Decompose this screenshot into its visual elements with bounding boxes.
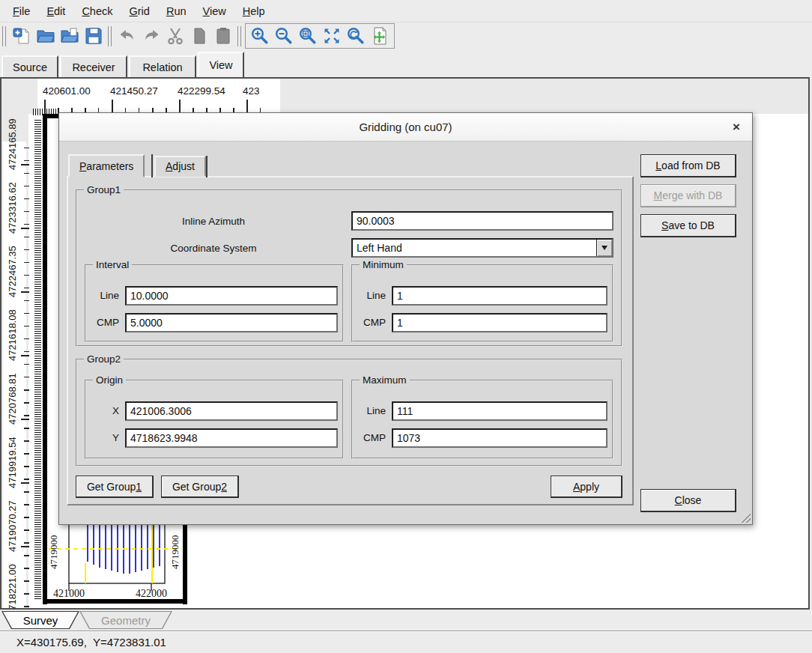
sheet-tab-survey[interactable]: Survey	[1, 611, 79, 629]
fit-screen-icon[interactable]	[321, 25, 343, 47]
inline-azimuth-label: Inline Azimuth	[79, 216, 348, 227]
menu-grid[interactable]: Grid	[121, 3, 158, 19]
minimum-cmp-label: CMP	[356, 317, 386, 328]
zoom-out-icon[interactable]	[273, 25, 295, 47]
tab-separator	[151, 154, 153, 177]
minimum-cmp-field[interactable]	[392, 313, 608, 332]
menu-edit[interactable]: Edit	[38, 3, 73, 19]
tab-view[interactable]: View	[198, 52, 244, 77]
origin-y-label: Y	[89, 432, 119, 443]
minimum-line-field[interactable]	[392, 286, 608, 306]
ruler-tick	[21, 355, 29, 356]
get-group2-button[interactable]: Get Group2	[161, 476, 239, 498]
tab-receiver[interactable]: Receiver	[60, 55, 127, 77]
ruler-label: 4718221.00	[7, 564, 18, 610]
tab-view-label: View	[209, 59, 232, 71]
interval-cmp-label: CMP	[89, 317, 119, 328]
maximum-cmp-field[interactable]	[392, 428, 608, 448]
menu-help[interactable]: Help	[234, 3, 273, 19]
save-to-db-button[interactable]: Save to DB	[640, 214, 736, 237]
tab-source[interactable]: Source	[1, 55, 58, 77]
group1-legend: Group1	[84, 184, 124, 195]
save-icon[interactable]	[82, 25, 105, 47]
interval-line-field[interactable]	[125, 286, 338, 306]
interval-line-label: Line	[89, 290, 119, 301]
ruler-label: 4719070.27	[7, 500, 18, 552]
origin-legend: Origin	[93, 374, 126, 386]
ruler-label: 421450.27	[110, 85, 158, 97]
dialog-tab-parameters[interactable]: Parameters	[68, 154, 145, 177]
maximum-cmp-label: CMP	[356, 432, 386, 443]
menu-check[interactable]: Check	[73, 3, 121, 19]
toolbar-grip	[237, 26, 241, 46]
toolbar	[0, 22, 812, 49]
maximum-line-field[interactable]	[392, 401, 608, 421]
ruler-minor-ticks	[24, 148, 29, 610]
merge-with-db-button[interactable]: Merge with DB	[640, 184, 736, 207]
ruler-label: 4722467.35	[7, 246, 18, 297]
minimum-line-label: Line	[356, 290, 386, 301]
cursor-coordinates: X=430175.69, Y=4723831.01	[16, 636, 166, 649]
sheet-tab-bar: Survey Geometry	[0, 611, 810, 629]
ruler-tick	[21, 164, 29, 165]
menu-view[interactable]: View	[195, 3, 234, 19]
map-x-label: 421000	[48, 588, 90, 600]
copy-icon[interactable]	[188, 25, 210, 47]
menu-file[interactable]: File	[4, 3, 38, 19]
tab-source-label: Source	[13, 61, 47, 73]
interval-cmp-field[interactable]	[125, 313, 338, 332]
ruler-label: 423	[243, 85, 260, 97]
dialog-title: Gridding (on cu07)	[359, 121, 452, 133]
sheet-tab-geometry-label: Geometry	[81, 612, 171, 628]
undo-icon[interactable]	[116, 25, 139, 47]
sheet-tab-survey-label: Survey	[3, 612, 78, 628]
group2-legend: Group2	[84, 353, 124, 365]
zoom-in-icon[interactable]	[249, 25, 271, 47]
dialog-titlebar[interactable]: Gridding (on cu07) ×	[59, 113, 752, 142]
paste-icon[interactable]	[212, 25, 234, 47]
maximum-legend: Maximum	[360, 374, 410, 386]
get-group1-button[interactable]: Get Group1	[76, 476, 154, 498]
ruler-tick	[21, 291, 29, 293]
open-folder-icon[interactable]	[34, 25, 57, 47]
ruler-label: 4720768.81	[7, 373, 18, 425]
ruler-label: 4721618.08	[7, 309, 18, 361]
new-view-icon[interactable]	[369, 25, 391, 47]
close-button[interactable]: Close	[640, 489, 736, 512]
ruler-label: 422299.54	[178, 85, 225, 97]
map-frame-left	[43, 118, 47, 522]
map-frame-ticks	[34, 120, 41, 601]
close-icon[interactable]: ×	[728, 119, 745, 136]
application-window: File Edit Check Grid Run View Help	[0, 0, 812, 653]
apply-button[interactable]: Apply	[551, 476, 622, 498]
coordinate-system-value: Left Hand	[353, 242, 596, 254]
origin-y-field[interactable]	[125, 428, 338, 448]
gridding-dialog: Gridding (on cu07) × Parameters Adjust G…	[58, 112, 753, 525]
origin-x-field[interactable]	[125, 401, 338, 421]
sheet-tab-geometry[interactable]: Geometry	[79, 611, 172, 629]
coordinate-system-select[interactable]: Left Hand	[351, 238, 613, 258]
dialog-tab-adjust[interactable]: Adjust	[154, 156, 206, 177]
tab-relation[interactable]: Relation	[129, 55, 196, 77]
load-from-db-button[interactable]: Load from DB	[640, 154, 736, 177]
origin-x-label: X	[89, 405, 119, 416]
zoom-reset-icon[interactable]	[345, 25, 367, 47]
map-y-label: 4719000	[48, 535, 60, 570]
view-tab-bar: Source Receiver Relation View	[0, 49, 812, 77]
zoom-selection-icon[interactable]	[297, 25, 319, 47]
chevron-down-icon[interactable]	[596, 240, 612, 256]
toolbar-grip	[108, 26, 112, 46]
open-file-icon[interactable]	[58, 25, 81, 47]
menu-run[interactable]: Run	[158, 3, 195, 19]
redo-icon[interactable]	[140, 25, 163, 47]
seismic-lines	[88, 522, 160, 574]
maximum-line-label: Line	[356, 405, 386, 416]
inline-azimuth-field[interactable]	[351, 211, 613, 231]
map-x-label: 422000	[130, 588, 172, 600]
ruler-label: 4719919.54	[7, 437, 18, 488]
top-ruler: 420601.00 421450.27 422299.54 423	[1, 79, 808, 114]
resize-grip[interactable]	[739, 511, 751, 523]
cut-icon[interactable]	[164, 25, 187, 47]
ruler-tick	[21, 228, 29, 229]
new-file-icon[interactable]	[10, 25, 33, 47]
